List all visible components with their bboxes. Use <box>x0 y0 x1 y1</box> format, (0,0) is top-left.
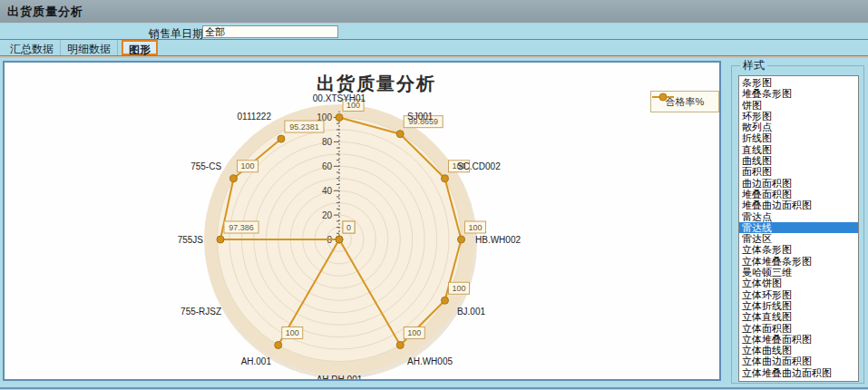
svg-text:SC.CD002: SC.CD002 <box>457 161 501 171</box>
svg-text:100: 100 <box>241 161 255 171</box>
svg-text:00.XTSYH01: 00.XTSYH01 <box>313 93 366 103</box>
svg-text:AH.001: AH.001 <box>241 356 272 366</box>
svg-text:0: 0 <box>346 223 351 232</box>
style-groupbox: 样式 条形图堆叠条形图饼图环形图散列点折线图直线图曲线图面积图曲边面积图堆叠面积… <box>731 58 864 384</box>
style-list-item[interactable]: 立体饼图 <box>739 278 858 288</box>
svg-text:80: 80 <box>322 137 333 147</box>
style-list-item[interactable]: 雷达线 <box>739 222 858 233</box>
svg-text:SJ001: SJ001 <box>407 112 434 122</box>
style-list-item[interactable]: 立体曲线图 <box>739 345 858 356</box>
date-filter-input[interactable] <box>202 25 338 38</box>
style-list-item[interactable]: 立体堆叠条形图 <box>739 256 858 267</box>
app-window: 出货质量分析 销售单日期 汇总数据明细数据图形 出货质量分析0204060801… <box>0 0 868 390</box>
style-list-item[interactable]: 曲边面积图 <box>739 178 858 189</box>
style-list-item[interactable]: 堆叠曲边面积图 <box>739 200 858 210</box>
style-list-item[interactable]: 立体堆叠曲边面积图 <box>739 367 858 378</box>
style-list-item[interactable]: 立体面积图 <box>739 323 858 334</box>
style-list-item[interactable]: 立体堆叠面积图 <box>739 334 858 345</box>
svg-text:755JS: 755JS <box>178 235 204 245</box>
chart-panel: 出货质量分析02040608010010000.XTSYH0199.8659SJ… <box>3 61 721 381</box>
svg-text:100: 100 <box>468 223 482 232</box>
chart-legend: 合格率% <box>650 91 719 112</box>
style-list-item[interactable]: 曲线图 <box>739 155 858 166</box>
tab-bar: 汇总数据明细数据图形 <box>0 40 868 55</box>
tab-graph[interactable]: 图形 <box>122 40 158 55</box>
style-list[interactable]: 条形图堆叠条形图饼图环形图散列点折线图直线图曲线图面积图曲边面积图堆叠面积图堆叠… <box>738 75 859 382</box>
main-content: 出货质量分析02040608010010000.XTSYH0199.8659SJ… <box>0 58 868 387</box>
tab-summary-data[interactable]: 汇总数据 <box>4 40 61 55</box>
svg-text:60: 60 <box>322 161 333 171</box>
svg-text:HB.WH002: HB.WH002 <box>475 235 521 245</box>
svg-text:AH.WH005: AH.WH005 <box>407 356 453 366</box>
window-title: 出货质量分析 <box>7 4 83 20</box>
style-list-item[interactable]: 曼哈顿三维 <box>739 267 858 278</box>
style-list-item[interactable]: 雷达点 <box>739 211 858 222</box>
svg-text:97.386: 97.386 <box>229 223 254 232</box>
style-list-item[interactable]: 堆叠面积图 <box>739 189 858 200</box>
style-list-item[interactable]: 立体环形图 <box>739 289 858 300</box>
svg-text:755-CS: 755-CS <box>190 161 221 171</box>
svg-text:755-RJSZ: 755-RJSZ <box>180 307 221 317</box>
svg-text:95.2381: 95.2381 <box>289 122 319 132</box>
svg-text:出货质量分析: 出货质量分析 <box>317 73 436 94</box>
window-titlebar: 出货质量分析 <box>0 0 868 24</box>
style-list-item[interactable]: 堆叠条形图 <box>739 88 858 99</box>
style-list-item[interactable]: 立体条形图 <box>739 244 858 255</box>
style-list-item[interactable]: 雷达区 <box>739 233 858 244</box>
svg-text:100: 100 <box>286 328 299 337</box>
style-list-item[interactable]: 立体折线图 <box>739 300 858 311</box>
svg-text:0111222: 0111222 <box>238 112 272 122</box>
tab-detail-data[interactable]: 明细数据 <box>61 40 118 55</box>
style-list-item[interactable]: 环形图 <box>739 111 858 122</box>
svg-text:AH.RH.001: AH.RH.001 <box>317 375 363 379</box>
svg-text:BJ.001: BJ.001 <box>457 307 486 317</box>
style-list-item[interactable]: 面积图 <box>739 166 858 177</box>
style-list-item[interactable]: 直线图 <box>739 144 858 155</box>
style-list-item[interactable]: 条形图 <box>739 77 858 88</box>
style-groupbox-title: 样式 <box>740 58 767 73</box>
radar-chart: 出货质量分析02040608010010000.XTSYH0199.8659SJ… <box>5 63 719 379</box>
style-list-item[interactable]: 立体曲边面积图 <box>739 356 858 366</box>
svg-text:20: 20 <box>322 210 333 220</box>
filter-row: 销售单日期 <box>0 24 868 39</box>
style-list-item[interactable]: 饼图 <box>739 100 858 111</box>
style-list-item[interactable]: 立体直线图 <box>739 311 858 322</box>
legend-series-marker <box>651 92 675 102</box>
style-list-item[interactable]: 散列点 <box>739 122 858 132</box>
svg-text:100: 100 <box>407 328 421 337</box>
window-bottom-border <box>0 387 868 389</box>
svg-text:100: 100 <box>452 284 465 293</box>
svg-text:40: 40 <box>322 186 333 196</box>
style-list-item[interactable]: 折线图 <box>739 132 858 143</box>
